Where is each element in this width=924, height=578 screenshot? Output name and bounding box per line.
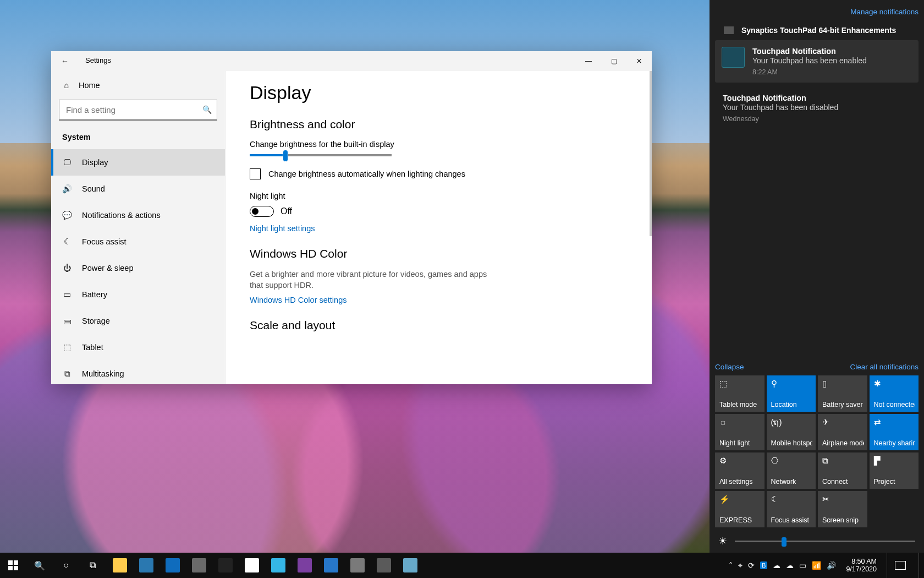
scroll-thumb[interactable]: [650, 71, 652, 236]
titlebar[interactable]: ← Settings — ▢ ✕: [51, 51, 652, 71]
wifi-icon[interactable]: 📶: [812, 561, 821, 570]
minimize-button[interactable]: —: [576, 51, 601, 71]
taskbar-app-onenote[interactable]: [292, 553, 318, 578]
search-box[interactable]: 🔍: [59, 100, 217, 121]
quick-action-focus-assist[interactable]: ☾Focus assist: [767, 491, 816, 527]
mail-icon: [166, 558, 180, 572]
brightness-track[interactable]: [735, 541, 915, 542]
collapse-link[interactable]: Collapse: [715, 363, 744, 371]
window-title: Settings: [85, 56, 111, 64]
quick-action-tablet-mode[interactable]: ⬚Tablet mode: [715, 375, 765, 412]
sidebar-item-label: Sound: [82, 184, 105, 193]
taskbar-app-ms-store[interactable]: [133, 553, 160, 578]
tablet-icon: ⬚: [62, 343, 72, 352]
sidebar-item-multitasking[interactable]: ⧉Multitasking: [51, 361, 225, 384]
quick-action-airplane-mode[interactable]: ✈Airplane mode: [818, 414, 867, 450]
clock[interactable]: 8:50 AM 9/17/2020: [846, 558, 877, 574]
taskbar-app-file-explorer[interactable]: [107, 553, 133, 578]
sidebar-item-storage[interactable]: 🖴Storage: [51, 308, 225, 334]
close-button[interactable]: ✕: [626, 51, 652, 71]
page-title: Display: [250, 82, 652, 103]
battery-icon[interactable]: ▭: [799, 561, 806, 570]
bluetooth-icon[interactable]: B: [760, 561, 767, 569]
taskbar-app-mail[interactable]: [160, 553, 186, 578]
quick-action-night-light[interactable]: ☼Night light: [715, 414, 765, 450]
system-tray[interactable]: ˄ ⌖ ⟳ B ☁ ☁ ▭ 📶 🔊: [729, 561, 836, 570]
notification-title: Touchpad Notification: [723, 94, 838, 102]
quick-action-not-connected[interactable]: ✱Not connected: [870, 375, 919, 412]
sidebar-item-display[interactable]: 🖵Display: [51, 149, 225, 176]
quick-action-connect[interactable]: ⧉Connect: [818, 452, 867, 489]
tile-icon: ▯: [822, 379, 827, 389]
sidebar-item-label: Display: [82, 158, 108, 167]
auto-brightness-checkbox[interactable]: Change brightness automatically when lig…: [250, 168, 652, 179]
back-button[interactable]: ←: [61, 57, 69, 66]
tile-label: Connect: [822, 478, 864, 486]
maximize-button[interactable]: ▢: [601, 51, 626, 71]
volume-icon[interactable]: 🔊: [827, 561, 836, 570]
notification-item[interactable]: Touchpad Notification Your Touchpad has …: [715, 40, 919, 83]
sidebar-item-label: Storage: [82, 317, 110, 325]
quick-action-screen-snip[interactable]: ✂Screen snip: [818, 491, 867, 527]
sidebar-item-notifications-actions[interactable]: 💬Notifications & actions: [51, 202, 225, 228]
notepad-icon: [403, 558, 417, 572]
search-input[interactable]: [59, 100, 217, 121]
auto-brightness-label: Change brightness automatically when lig…: [268, 170, 465, 178]
desktop: ← Settings — ▢ ✕ ⌂ Home 🔍 System 🖵Displa…: [0, 0, 924, 553]
cortana-button[interactable]: ○: [53, 553, 79, 578]
action-center-button[interactable]: [887, 553, 913, 578]
start-button[interactable]: [0, 553, 26, 578]
quick-action-nearby-sharing[interactable]: ⇄Nearby sharing: [870, 414, 919, 450]
quick-action-all-settings[interactable]: ⚙All settings: [715, 452, 765, 489]
quick-action-network[interactable]: ⎔Network: [767, 452, 816, 489]
hd-color-link[interactable]: Windows HD Color settings: [250, 296, 346, 304]
home-item[interactable]: ⌂ Home: [51, 78, 225, 93]
brightness-slider[interactable]: [250, 154, 392, 156]
taskbar-app-edge[interactable]: [265, 553, 292, 578]
brightness-thumb[interactable]: [782, 537, 787, 547]
show-desktop-button[interactable]: [919, 553, 923, 578]
night-light-toggle[interactable]: Off: [250, 206, 652, 217]
quick-action-express[interactable]: ⚡EXPRESS: [715, 491, 765, 527]
sidebar-item-sound[interactable]: 🔊Sound: [51, 176, 225, 202]
taskbar-app-app1[interactable]: [344, 553, 371, 578]
sidebar-item-label: Tablet: [82, 343, 103, 352]
task-view-button[interactable]: ⧉: [79, 553, 106, 578]
taskbar-app-chrome[interactable]: [239, 553, 265, 578]
touchpad-icon: [722, 47, 745, 68]
tile-icon: ⚡: [719, 494, 730, 504]
sidebar-item-focus-assist[interactable]: ☾Focus assist: [51, 228, 225, 255]
sidebar-item-tablet[interactable]: ⬚Tablet: [51, 334, 225, 361]
tile-icon: ▛: [874, 456, 881, 466]
quick-action-mobile-hotspot[interactable]: (ຖ)Mobile hotspot: [767, 414, 816, 450]
clear-all-link[interactable]: Clear all notifications: [850, 363, 919, 371]
taskbar-app-app2[interactable]: [371, 553, 397, 578]
notification-item[interactable]: Touchpad Notification Your Touchpad has …: [715, 88, 919, 128]
onedrive-icon[interactable]: ☁: [773, 561, 780, 570]
notifications-actions-icon: 💬: [62, 211, 72, 220]
chevron-up-icon[interactable]: ˄: [729, 561, 733, 570]
notification-time: 8:22 AM: [752, 68, 867, 76]
brightness-quick-slider[interactable]: ☀: [715, 535, 919, 547]
scrollbar[interactable]: [650, 71, 652, 384]
night-light-settings-link[interactable]: Night light settings: [250, 224, 315, 233]
sidebar-item-battery[interactable]: ▭Battery: [51, 281, 225, 308]
weather-icon[interactable]: ☁: [786, 561, 794, 570]
quick-action-battery-saver[interactable]: ▯Battery saver: [818, 375, 867, 412]
quick-action-project[interactable]: ▛Project: [870, 452, 919, 489]
location-icon[interactable]: ⌖: [738, 561, 743, 570]
tile-label: Mobile hotspot: [771, 439, 813, 447]
quick-action-location[interactable]: ⚲Location: [767, 375, 816, 412]
tile-label: Nearby sharing: [874, 439, 916, 447]
slider-thumb[interactable]: [283, 150, 288, 162]
taskbar-app-onedrive[interactable]: [318, 553, 344, 578]
taskbar-app-winterm[interactable]: [212, 553, 239, 578]
search-button[interactable]: 🔍: [26, 553, 53, 578]
taskbar-app-notepad[interactable]: [397, 553, 424, 578]
tile-label: Location: [771, 401, 813, 408]
manage-notifications-link[interactable]: Manage notifications: [715, 8, 919, 16]
update-icon[interactable]: ⟳: [748, 561, 755, 570]
storage-icon: 🖴: [62, 317, 72, 325]
sidebar-item-power-sleep[interactable]: ⏻Power & sleep: [51, 255, 225, 281]
taskbar-app-printer[interactable]: [186, 553, 212, 578]
